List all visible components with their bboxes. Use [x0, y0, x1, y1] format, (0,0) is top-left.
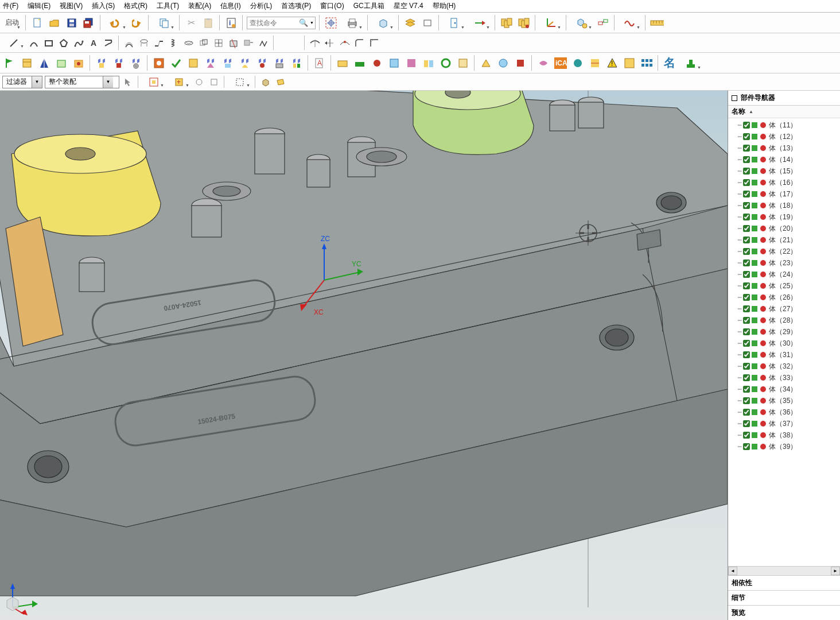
rect-icon[interactable] — [420, 16, 435, 30]
tree-node[interactable]: ⋯体（21） — [736, 234, 840, 246]
menu-gcbox[interactable]: GC工具箱 — [353, 0, 385, 12]
layer-icon[interactable] — [403, 16, 418, 30]
mw14[interactable] — [588, 56, 602, 71]
doc-a[interactable]: A — [312, 56, 327, 71]
cat-b1[interactable] — [94, 56, 109, 71]
box-green-icon[interactable] — [54, 56, 69, 71]
menu-help[interactable]: 帮助(H) — [432, 0, 457, 12]
node-visibility-checkbox[interactable] — [743, 397, 750, 404]
mw9[interactable] — [479, 56, 493, 71]
measure-icon[interactable] — [650, 16, 664, 30]
helix-icon[interactable] — [168, 37, 180, 49]
text-icon[interactable]: A — [87, 37, 100, 49]
cat-b8[interactable] — [272, 56, 287, 71]
sel-solid-icon[interactable] — [259, 76, 272, 88]
menu-assembly[interactable]: 装配(A) — [188, 0, 212, 12]
tree-node[interactable]: ⋯体（26） — [736, 292, 840, 303]
tree-node[interactable]: ⋯体（18） — [736, 200, 840, 211]
mw8[interactable] — [456, 56, 470, 71]
menu-edit[interactable]: 编辑(E) — [27, 0, 51, 12]
node-visibility-checkbox[interactable] — [743, 179, 750, 186]
divide-icon[interactable] — [339, 37, 351, 49]
bridge-curve-icon[interactable] — [153, 37, 165, 49]
menu-tools[interactable]: 工具(T) — [156, 0, 180, 12]
project-curve-icon[interactable] — [138, 37, 150, 49]
check-icon[interactable] — [169, 56, 184, 71]
search-icon[interactable]: 🔍 — [299, 18, 308, 27]
sel-scope-icon[interactable]: ▼ — [142, 76, 165, 88]
tree-node[interactable]: ⋯体（32） — [736, 361, 840, 372]
flag-icon[interactable] — [2, 56, 17, 71]
command-search[interactable]: 🔍 ▼ — [247, 17, 316, 29]
scroll-left-icon[interactable]: ◄ — [728, 567, 737, 575]
cat-b5[interactable] — [220, 56, 235, 71]
constraint-icon[interactable] — [596, 16, 610, 30]
sel-sheet-icon[interactable] — [274, 76, 287, 88]
tree-node[interactable]: ⋯体（13） — [736, 142, 840, 154]
mw7[interactable] — [438, 56, 453, 71]
chevron-down-icon[interactable]: ▼ — [32, 76, 42, 88]
extend-icon[interactable] — [324, 37, 336, 49]
node-visibility-checkbox[interactable] — [743, 409, 750, 416]
node-visibility-checkbox[interactable] — [743, 351, 750, 358]
arc-icon[interactable] — [28, 37, 40, 49]
cat-b4[interactable] — [203, 56, 218, 71]
copy-icon[interactable]: ▼ — [153, 16, 176, 30]
tree-node[interactable]: ⋯体（20） — [736, 223, 840, 234]
line-icon[interactable]: ▼ — [2, 37, 25, 49]
section-curve-icon[interactable] — [227, 37, 240, 49]
save-all-icon[interactable] — [81, 16, 96, 30]
node-visibility-checkbox[interactable] — [743, 259, 750, 266]
sel-unk2-icon[interactable] — [208, 76, 220, 88]
node-visibility-checkbox[interactable] — [743, 225, 750, 232]
wcs-icon[interactable]: ▼ — [539, 16, 562, 30]
tree-node[interactable]: ⋯体（19） — [736, 211, 840, 223]
h-scrollbar[interactable]: ◄ ► — [728, 566, 840, 575]
tree-node[interactable]: ⋯体（25） — [736, 280, 840, 292]
menu-window[interactable]: 窗口(O) — [320, 0, 344, 12]
rect-curve-icon[interactable] — [42, 37, 55, 49]
tree-node[interactable]: ⋯体（27） — [736, 303, 840, 315]
menu-prefs[interactable]: 首选项(P) — [281, 0, 312, 12]
undo-icon[interactable]: ▼ — [104, 16, 127, 30]
sheets2-icon[interactable] — [516, 16, 531, 30]
cat-b9[interactable] — [289, 56, 304, 71]
new-icon[interactable] — [30, 16, 45, 30]
stamp-icon[interactable]: ▼ — [679, 56, 702, 71]
assembly-icon[interactable]: ▼ — [570, 16, 593, 30]
tree-node[interactable]: ⋯体（28） — [736, 315, 840, 326]
node-visibility-checkbox[interactable] — [743, 214, 750, 220]
node-visibility-checkbox[interactable] — [743, 328, 750, 335]
mw12[interactable] — [536, 56, 551, 71]
tree-node[interactable]: ⋯体（11） — [736, 119, 840, 131]
node-visibility-checkbox[interactable] — [743, 420, 750, 427]
menu-file[interactable]: 件(F) — [2, 0, 19, 12]
save-icon[interactable] — [64, 16, 79, 30]
tree-node[interactable]: ⋯体（23） — [736, 257, 840, 269]
mw4[interactable] — [387, 56, 402, 71]
node-visibility-checkbox[interactable] — [743, 305, 750, 312]
node-visibility-checkbox[interactable] — [743, 340, 750, 347]
node-visibility-checkbox[interactable] — [743, 168, 750, 175]
node-visibility-checkbox[interactable] — [743, 374, 750, 381]
menu-info[interactable]: 信息(I) — [220, 0, 241, 12]
profile-icon[interactable] — [102, 37, 115, 49]
tree-node[interactable]: ⋯体（15） — [736, 165, 840, 177]
tree-node[interactable]: ⋯体（29） — [736, 326, 840, 338]
tree-node[interactable]: ⋯体（35） — [736, 395, 840, 406]
view-fit-icon[interactable] — [324, 16, 339, 30]
node-visibility-checkbox[interactable] — [743, 248, 750, 255]
tree-node[interactable]: ⋯体（17） — [736, 188, 840, 200]
box-icon[interactable]: ▼ — [372, 16, 395, 30]
node-visibility-checkbox[interactable] — [743, 156, 750, 163]
menu-insert[interactable]: 插入(S) — [91, 0, 115, 12]
tree-node[interactable]: ⋯体（39） — [736, 441, 840, 452]
mw2[interactable] — [352, 56, 367, 71]
grid-icon[interactable] — [639, 56, 654, 71]
sel-box-icon[interactable]: +▼ — [168, 76, 190, 88]
node-visibility-checkbox[interactable] — [743, 237, 750, 243]
node-visibility-checkbox[interactable] — [743, 317, 750, 324]
tree-node[interactable]: ⋯体（30） — [736, 338, 840, 349]
node-visibility-checkbox[interactable] — [743, 282, 750, 289]
node-visibility-checkbox[interactable] — [743, 202, 750, 209]
